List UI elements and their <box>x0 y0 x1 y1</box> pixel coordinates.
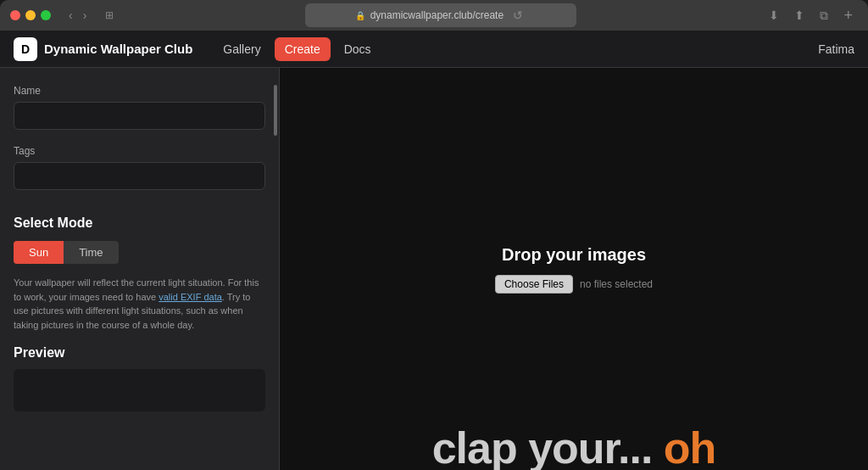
toolbar-right: ⬇ ⬆ ⧉ + <box>764 6 858 25</box>
preview-title: Preview <box>14 345 265 361</box>
drop-zone-title: Drop your images <box>502 245 646 265</box>
title-bar: ‹ › ⊞ 🔒 dynamicwallpaper.club/create ↺ ⬇… <box>0 0 868 31</box>
share-button[interactable]: ⬆ <box>789 6 810 25</box>
watermark-part1: clap your... <box>432 423 664 470</box>
logo-icon: D <box>14 37 37 61</box>
app-logo: D Dynamic Wallpaper Club <box>14 37 192 61</box>
mode-sun-button[interactable]: Sun <box>14 241 64 264</box>
watermark-text: clap your... oh <box>280 426 868 470</box>
nav-links: Gallery Create Docs <box>213 37 381 61</box>
reload-button[interactable]: ↺ <box>509 7 527 24</box>
address-bar-container: 🔒 dynamicwallpaper.club/create ↺ <box>125 3 757 27</box>
app-nav: D Dynamic Wallpaper Club Gallery Create … <box>0 31 868 68</box>
maximize-button[interactable] <box>41 10 51 20</box>
nav-create[interactable]: Create <box>275 37 331 61</box>
close-button[interactable] <box>10 10 20 20</box>
no-files-text: no files selected <box>580 278 653 290</box>
traffic-lights <box>10 10 51 20</box>
name-label: Name <box>14 85 265 97</box>
preview-placeholder <box>14 369 265 411</box>
exif-link[interactable]: valid EXIF data <box>159 292 222 302</box>
back-button[interactable]: ‹ <box>64 7 77 24</box>
select-mode-title: Select Mode <box>14 215 265 231</box>
tags-input[interactable] <box>14 162 265 190</box>
nav-gallery[interactable]: Gallery <box>213 37 270 61</box>
lock-icon: 🔒 <box>355 11 365 20</box>
nav-arrows: ‹ › <box>64 7 91 24</box>
forward-button[interactable]: › <box>79 7 92 24</box>
scrollbar-thumb <box>274 85 277 136</box>
file-input-row: Choose Files no files selected <box>495 275 653 294</box>
url-text: dynamicwallpaper.club/create <box>370 9 504 21</box>
mode-time-button[interactable]: Time <box>64 241 118 264</box>
name-input[interactable] <box>14 102 265 130</box>
mode-description: Your wallpaper will reflect the current … <box>14 276 265 332</box>
tags-label: Tags <box>14 145 265 157</box>
watermark-part2: oh <box>664 423 716 470</box>
left-panel: Name Tags Select Mode Sun Time Your wall… <box>0 68 280 470</box>
tabs-button[interactable]: ⧉ <box>815 6 833 25</box>
app-name: Dynamic Wallpaper Club <box>44 42 192 56</box>
right-panel: Drop your images Choose Files no files s… <box>280 68 868 470</box>
scrollbar-track[interactable] <box>272 68 279 470</box>
address-bar[interactable]: 🔒 dynamicwallpaper.club/create ↺ <box>305 3 576 27</box>
logo-letter: D <box>21 42 30 56</box>
window-control-button[interactable]: ⊞ <box>101 8 118 23</box>
browser-window: ‹ › ⊞ 🔒 dynamicwallpaper.club/create ↺ ⬇… <box>0 0 868 470</box>
nav-docs[interactable]: Docs <box>334 37 381 61</box>
add-tab-button[interactable]: + <box>838 7 858 25</box>
user-name[interactable]: Fatima <box>818 42 854 56</box>
drop-zone[interactable]: Drop your images Choose Files no files s… <box>495 245 653 294</box>
main-content: Name Tags Select Mode Sun Time Your wall… <box>0 68 868 470</box>
minimize-button[interactable] <box>25 10 36 20</box>
download-button[interactable]: ⬇ <box>764 6 784 25</box>
choose-files-button[interactable]: Choose Files <box>495 275 573 294</box>
mode-buttons: Sun Time <box>14 241 265 264</box>
